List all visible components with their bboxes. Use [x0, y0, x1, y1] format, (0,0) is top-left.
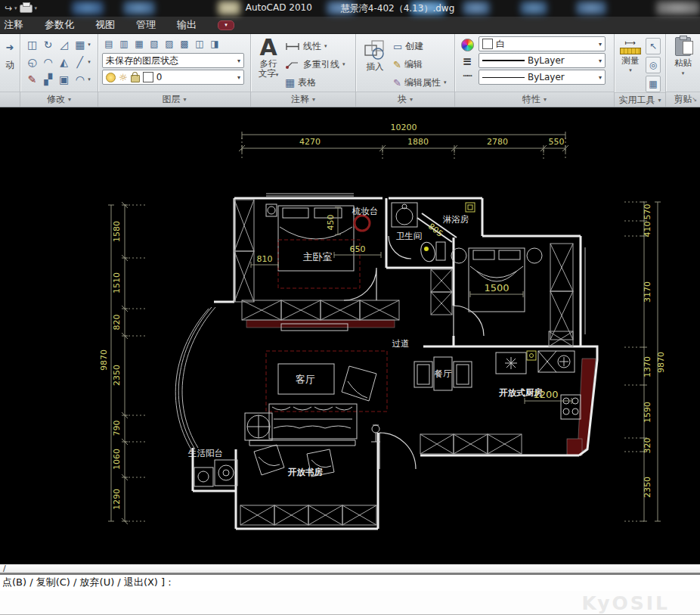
- side-table: [245, 413, 272, 440]
- tab-output[interactable]: 输出: [166, 17, 207, 33]
- table-icon: ▦: [285, 76, 295, 89]
- command-input-line[interactable]: 点(B) / 复制(C) / 放弃(U) / 退出(X) ] :: [0, 575, 700, 591]
- panel-layers: ▤ ▥ ▦ ▧ ▨ ▩ ◫ ◨ 未保存的图层状态▾ ☼ 0 ▾ 图层: [98, 34, 251, 107]
- layer-properties-icon[interactable]: ▤: [102, 36, 116, 51]
- panel-utilities: ⟼ 测量 ▾ ↖ ◎ ▦ 实用工具▾: [615, 34, 666, 107]
- measure-ruler-icon: [620, 48, 641, 54]
- measure-arrow-icon: ⟼: [625, 39, 636, 46]
- layer-state-dropdown[interactable]: 未保存的图层状态▾: [102, 53, 244, 68]
- linetype-icon[interactable]: ┅┅: [463, 71, 471, 81]
- drawing-canvas[interactable]: 10200 4270 1880 2780 550 9870 1580 1510 …: [0, 107, 700, 564]
- layer-walk-icon[interactable]: ◨: [208, 36, 221, 51]
- move-arrow-icon[interactable]: ➜: [6, 42, 14, 53]
- properties-panel-label[interactable]: 特性▾ ↘: [455, 92, 614, 107]
- dim-1200: 1200: [533, 389, 558, 400]
- layer-dropdown[interactable]: ☼ 0 ▾: [102, 70, 244, 85]
- panel-annotate: A 多行 文字▾ 线性▾ 多重引线▾ ▦ 表格 注释▾: [251, 34, 356, 107]
- trim-icon[interactable]: ╱: [72, 54, 88, 70]
- layer-prev-icon[interactable]: ◫: [193, 36, 206, 51]
- mtext-icon: A: [259, 36, 277, 59]
- dim-left-4: 2350: [112, 365, 122, 386]
- label-living: 客厅: [296, 374, 315, 385]
- dim-805: 805: [426, 222, 445, 239]
- block-edit-button[interactable]: ✎ 编辑: [393, 56, 446, 73]
- arc-caret-icon[interactable]: ▾: [88, 76, 94, 82]
- edit-attributes-button[interactable]: ✎ 编辑属性▾: [393, 74, 446, 91]
- label-corridor: 过道: [392, 338, 410, 349]
- grid-icon[interactable]: ▣: [56, 71, 72, 88]
- linear-dim-icon: [285, 42, 300, 51]
- paste-button[interactable]: 粘贴 ▾: [666, 34, 700, 92]
- edit-attributes-icon: ✎: [393, 77, 401, 89]
- dim-right-3: 3170: [643, 281, 652, 303]
- bed2: [451, 248, 542, 312]
- layer-lock-icon[interactable]: ▨: [163, 36, 176, 51]
- label-dining: 餐厅: [435, 368, 453, 379]
- redo-icon[interactable]: ↪: [5, 3, 12, 14]
- dim-top-4: 550: [549, 137, 565, 147]
- table-button[interactable]: ▦ 表格: [285, 74, 345, 91]
- layer-match-icon[interactable]: ▩: [178, 36, 191, 51]
- pedit-icon[interactable]: ◠: [40, 54, 56, 70]
- arc-icon[interactable]: ◠: [72, 71, 88, 88]
- dim-left-5: 790: [112, 421, 122, 436]
- study-desk: [249, 440, 355, 446]
- copy-icon[interactable]: ◫: [24, 36, 40, 53]
- color-wheel-icon[interactable]: [461, 39, 474, 51]
- select-similar-icon[interactable]: ◎: [646, 57, 661, 73]
- linetype-dropdown[interactable]: ByLayer▾: [479, 70, 606, 85]
- ribbon-minimize-button[interactable]: ▾: [218, 20, 234, 30]
- dim-right-7: 2350: [643, 477, 652, 498]
- ribbon: ➜ 动 ◫ ↻ ◿ ▦ ▾ ◵ ◠ ◭ ╱ ▾ ✎ ▞ ▣: [0, 34, 700, 107]
- layer-off-icon[interactable]: ▥: [117, 36, 131, 51]
- tab-parametric[interactable]: 参数化: [34, 17, 85, 33]
- layer-isolate-icon[interactable]: ▦: [132, 36, 146, 51]
- block-create-icon: ▭: [393, 41, 402, 52]
- lineweight-dropdown[interactable]: ByLayer▾: [479, 53, 606, 68]
- dim-right-overall: 9870: [656, 352, 666, 373]
- utilities-panel-label[interactable]: 实用工具▾: [615, 92, 665, 107]
- multileader-button[interactable]: 多重引线▾: [285, 56, 345, 73]
- array-icon[interactable]: ▦: [72, 36, 88, 53]
- erase-icon[interactable]: ✎: [24, 71, 40, 88]
- tab-view[interactable]: 视图: [85, 17, 125, 33]
- fillet-icon[interactable]: ◵: [24, 54, 40, 70]
- modify-panel-label[interactable]: 修改▾: [20, 92, 98, 107]
- rotate-icon[interactable]: ↻: [40, 36, 56, 53]
- mtext-button[interactable]: A 多行 文字▾: [255, 36, 282, 92]
- calculator-icon[interactable]: ▦: [646, 76, 661, 92]
- mirror-icon[interactable]: ◭: [56, 54, 72, 70]
- dim-top-overall: 10200: [391, 123, 417, 132]
- panel-modify: ◫ ↻ ◿ ▦ ▾ ◵ ◠ ◭ ╱ ▾ ✎ ▞ ▣ ◠ ▾ 修改▾: [20, 34, 98, 107]
- array-caret-icon[interactable]: ▾: [88, 42, 94, 48]
- toilet: [419, 241, 445, 263]
- status-bar: KyOSIL: [0, 591, 700, 615]
- redo-caret-icon[interactable]: ▾: [14, 5, 17, 11]
- layers-panel-label[interactable]: 图层▾: [98, 92, 250, 107]
- object-color-dropdown[interactable]: 白▾: [479, 36, 606, 51]
- annotate-panel-label[interactable]: 注释▾: [251, 92, 355, 107]
- print-icon[interactable]: [20, 5, 33, 13]
- measure-button[interactable]: ⟼ 测量 ▾: [618, 36, 643, 92]
- layer-freeze-icon[interactable]: ▧: [147, 36, 161, 51]
- title-bar: ↪ ▾ ▾ AutoCAD 2010 慧景湾4-402（4.13）.dwg: [0, 0, 700, 17]
- block-create-button[interactable]: ▭ 创建: [393, 38, 446, 54]
- sofa: [269, 404, 357, 439]
- master-door: [344, 268, 376, 300]
- explode-icon[interactable]: ▞: [40, 71, 56, 88]
- insert-block-button[interactable]: 插入: [360, 36, 390, 92]
- lineweight-icon[interactable]: ≡: [463, 56, 472, 67]
- tab-manage[interactable]: 管理: [125, 17, 166, 33]
- dim-left-overall: 9870: [99, 349, 109, 371]
- quick-select-icon[interactable]: ↖: [646, 38, 661, 54]
- command-history-line[interactable]: /: [0, 564, 700, 575]
- trim-caret-icon[interactable]: ▾: [88, 59, 94, 65]
- stretch-icon[interactable]: ◿: [56, 36, 72, 53]
- linear-dim-button[interactable]: 线性▾: [285, 38, 345, 54]
- block-panel-label[interactable]: 块▾: [356, 92, 454, 107]
- label-balcony: 生活阳台: [187, 448, 223, 458]
- dialog-launcher-icon[interactable]: ↘: [692, 96, 697, 103]
- dim-top-3: 2780: [487, 137, 508, 147]
- tab-annotate[interactable]: 注释: [0, 17, 34, 33]
- qat-caret-icon[interactable]: ▾: [35, 5, 38, 11]
